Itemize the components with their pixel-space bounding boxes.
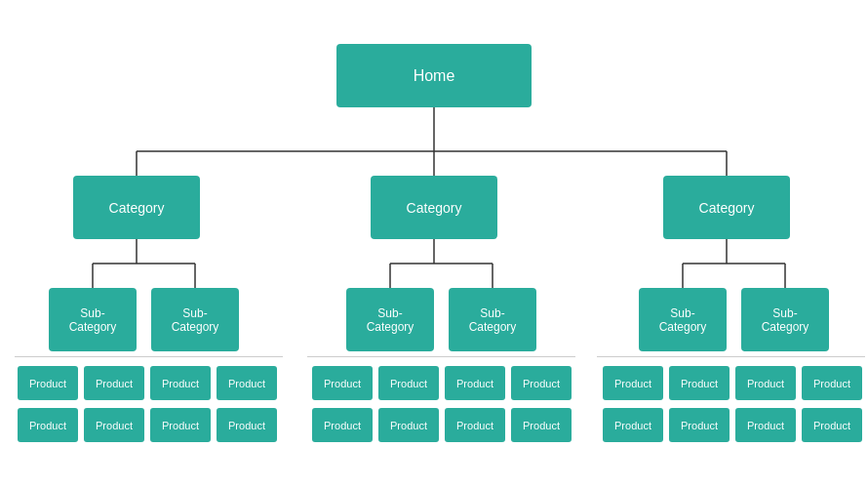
product-m2-2: Product <box>378 408 439 442</box>
product-r1-3: Product <box>735 366 796 400</box>
separator-mid <box>307 356 575 357</box>
product-l2-3: Product <box>150 408 211 442</box>
product-r1-4: Product <box>802 366 862 400</box>
home-node: Home <box>336 44 532 107</box>
product-m1-3: Product <box>445 366 505 400</box>
subcategory-left-2: Sub- Category <box>151 288 239 351</box>
product-m2-4: Product <box>511 408 572 442</box>
product-m1-2: Product <box>378 366 439 400</box>
home-label: Home <box>414 67 455 85</box>
product-l1-4: Product <box>217 366 277 400</box>
product-l1-2: Product <box>84 366 144 400</box>
subcategory-mid-1: Sub- Category <box>346 288 434 351</box>
product-m1-4: Product <box>511 366 572 400</box>
product-l2-2: Product <box>84 408 144 442</box>
product-l1-1: Product <box>18 366 78 400</box>
separator-right <box>597 356 865 357</box>
product-m2-3: Product <box>445 408 505 442</box>
product-r2-1: Product <box>603 408 663 442</box>
product-r1-1: Product <box>603 366 663 400</box>
product-r2-3: Product <box>735 408 796 442</box>
product-l2-1: Product <box>18 408 78 442</box>
category-mid: Category <box>371 176 497 239</box>
product-r1-2: Product <box>669 366 730 400</box>
product-m1-1: Product <box>312 366 373 400</box>
product-r2-4: Product <box>802 408 862 442</box>
cat-right-label: Category <box>699 200 755 216</box>
category-left: Category <box>73 176 200 239</box>
product-l1-3: Product <box>150 366 211 400</box>
subcategory-right-1: Sub- Category <box>639 288 727 351</box>
category-right: Category <box>663 176 790 239</box>
product-r2-2: Product <box>669 408 730 442</box>
subcategory-right-2: Sub- Category <box>741 288 829 351</box>
separator-left <box>15 356 283 357</box>
product-m2-1: Product <box>312 408 373 442</box>
subcategory-left-1: Sub- Category <box>49 288 137 351</box>
diagram: Home Category Category Category Sub- Cat… <box>0 0 868 488</box>
subcategory-mid-2: Sub- Category <box>449 288 536 351</box>
cat-mid-label: Category <box>407 200 462 216</box>
cat-left-label: Category <box>109 200 165 216</box>
product-l2-4: Product <box>217 408 277 442</box>
